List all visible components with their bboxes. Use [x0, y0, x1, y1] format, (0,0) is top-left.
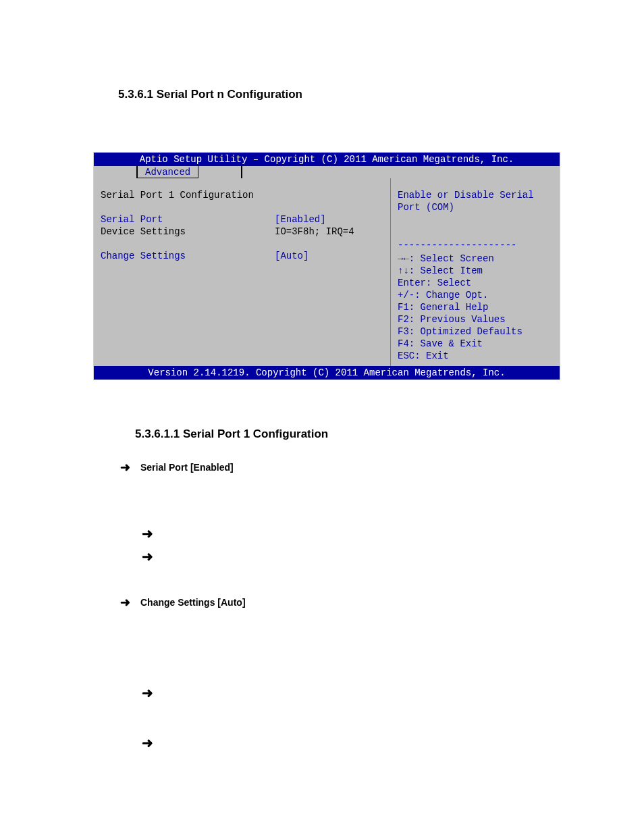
bios-tab-advanced[interactable]: Advanced	[137, 166, 198, 178]
arrow-right-icon: ➜	[120, 595, 140, 610]
subsection-heading: 5.3.6.1.1 Serial Port 1 Configuration	[135, 427, 583, 441]
bios-tabrow: Advanced	[94, 166, 560, 178]
bios-label: Serial Port	[101, 213, 275, 226]
bios-footer: Version 2.14.1219. Copyright (C) 2011 Am…	[94, 366, 560, 380]
bullet-change-settings: ➜ Change Settings [Auto]	[120, 595, 583, 610]
bios-screen: Aptio Setup Utility – Copyright (C) 2011…	[93, 152, 560, 380]
bios-row-change-settings[interactable]: Change Settings [Auto]	[101, 250, 383, 262]
bios-tab-rest	[242, 166, 560, 178]
sub-bullets-2: ➜ ➜	[142, 681, 583, 754]
bios-row-device-settings: Device Settings IO=3F8h; IRQ=4	[101, 226, 383, 238]
bios-right-pane: Enable or Disable Serial Port (COM) ----…	[390, 178, 560, 366]
arrow-right-icon: ➜	[142, 545, 583, 568]
bios-nav-line: F4: Save & Exit	[398, 338, 553, 350]
bios-value: [Auto]	[275, 250, 383, 262]
bios-title: Aptio Setup Utility – Copyright (C) 2011…	[94, 153, 560, 166]
arrow-right-icon: ➜	[120, 460, 140, 475]
bios-nav-line: Enter: Select	[398, 277, 553, 289]
bios-nav-line: ESC: Exit	[398, 350, 553, 362]
bios-label: Device Settings	[101, 226, 275, 238]
bios-nav-line: →←: Select Screen	[398, 253, 553, 265]
sub-bullets-1: ➜ ➜	[142, 522, 583, 568]
section-heading: 5.3.6.1 Serial Port n Configuration	[118, 88, 583, 101]
bios-row-serial-port[interactable]: Serial Port [Enabled]	[101, 213, 383, 226]
arrow-right-icon: ➜	[142, 522, 583, 545]
arrow-right-icon: ➜	[142, 681, 583, 704]
bios-nav-line: F2: Previous Values	[398, 313, 553, 325]
bios-nav-line: F1: General Help	[398, 301, 553, 313]
arrow-right-icon: ➜	[142, 731, 583, 754]
bios-left-heading: Serial Port 1 Configuration	[101, 189, 383, 201]
bios-help-text: Port (COM)	[398, 201, 553, 213]
bios-tab-pad	[94, 166, 137, 178]
bios-nav-line: ↑↓: Select Item	[398, 265, 553, 277]
bullet-label: Serial Port [Enabled]	[140, 462, 234, 473]
bios-value: IO=3F8h; IRQ=4	[275, 226, 383, 238]
page: 5.3.6.1 Serial Port n Configuration Apti…	[0, 0, 644, 834]
bios-body: Serial Port 1 Configuration Serial Port …	[94, 178, 560, 366]
bullet-label: Change Settings [Auto]	[140, 597, 246, 608]
bios-value: [Enabled]	[275, 213, 383, 226]
bios-nav-line: F3: Optimized Defaults	[398, 325, 553, 338]
bios-left-pane: Serial Port 1 Configuration Serial Port …	[94, 178, 390, 366]
bios-tab-pad2	[198, 166, 242, 178]
bios-nav-line: +/-: Change Opt.	[398, 289, 553, 301]
bullet-serial-port: ➜ Serial Port [Enabled]	[120, 460, 583, 475]
bios-help-text: Enable or Disable Serial	[398, 189, 553, 201]
bios-label: Change Settings	[101, 250, 275, 262]
bios-divider: ---------------------	[398, 239, 553, 251]
